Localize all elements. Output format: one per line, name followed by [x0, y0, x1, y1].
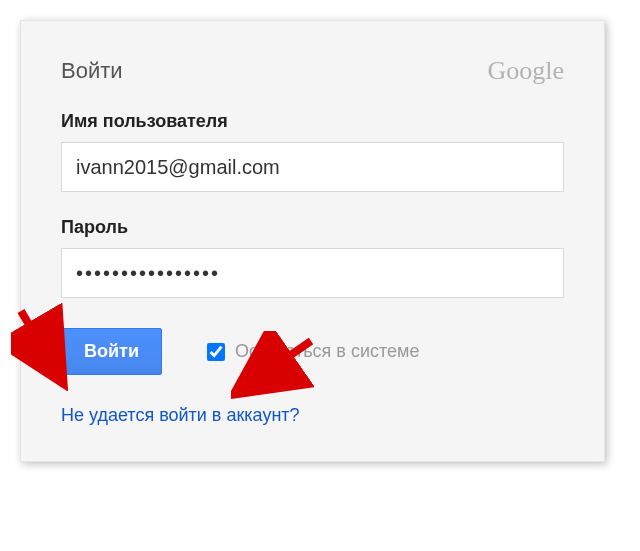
brand-logo: Google [487, 56, 564, 86]
stay-signed-checkbox[interactable] [207, 343, 225, 361]
password-label: Пароль [61, 217, 564, 238]
action-row: Войти Оставаться в системе [61, 328, 564, 375]
stay-signed-wrap: Оставаться в системе [207, 341, 419, 362]
submit-button[interactable]: Войти [61, 328, 162, 375]
username-label: Имя пользователя [61, 111, 564, 132]
help-link[interactable]: Не удается войти в аккаунт? [61, 405, 300, 425]
page-title: Войти [61, 58, 123, 84]
header-row: Войти Google [61, 56, 564, 86]
username-input[interactable] [61, 142, 564, 192]
stay-signed-label: Оставаться в системе [235, 341, 419, 362]
svg-line-1 [21, 311, 56, 371]
login-card: Войти Google Имя пользователя Пароль Вой… [20, 20, 605, 462]
password-input[interactable] [61, 248, 564, 298]
